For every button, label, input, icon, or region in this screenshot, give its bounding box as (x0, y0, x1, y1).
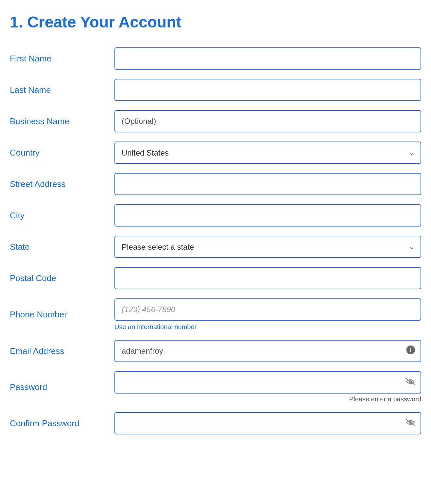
city-label: City (10, 210, 114, 221)
country-select[interactable]: United States Canada United Kingdom Aust… (114, 142, 421, 164)
email-input-wrapper: i (114, 340, 421, 362)
street-address-label: Street Address (10, 179, 114, 189)
confirm-password-eye-icon[interactable] (405, 418, 415, 428)
state-select-wrapper: Please select a state Alabama Alaska Ari… (114, 236, 421, 258)
confirm-password-row: Confirm Password (10, 412, 421, 434)
password-label: Password (10, 382, 114, 392)
confirm-password-input[interactable] (114, 412, 421, 434)
state-field-wrapper: Please select a state Alabama Alaska Ari… (114, 236, 421, 258)
password-input[interactable] (114, 371, 421, 394)
confirm-password-input-wrapper (114, 412, 421, 434)
email-address-row: Email Address i (10, 340, 421, 362)
email-address-label: Email Address (10, 346, 114, 356)
last-name-row: Last Name (10, 79, 421, 101)
city-input[interactable] (114, 204, 421, 227)
last-name-input[interactable] (114, 79, 421, 101)
business-name-input[interactable] (114, 110, 421, 132)
password-error: Please enter a password (114, 395, 421, 403)
country-row: Country United States Canada United King… (10, 142, 421, 164)
password-row: Password Please enter a password (10, 371, 421, 403)
business-name-row: Business Name (10, 110, 421, 132)
country-select-wrapper: United States Canada United Kingdom Aust… (114, 142, 421, 164)
phone-number-label: Phone Number (10, 310, 114, 320)
first-name-field-wrapper (114, 47, 421, 70)
postal-code-input[interactable] (114, 267, 421, 289)
password-eye-icon[interactable] (405, 378, 415, 388)
country-label: Country (10, 148, 114, 158)
street-address-row: Street Address (10, 173, 421, 195)
country-field-wrapper: United States Canada United Kingdom Aust… (114, 142, 421, 164)
phone-number-row: Phone Number Use an international number (10, 298, 421, 331)
phone-number-input[interactable] (114, 298, 421, 321)
first-name-label: First Name (10, 54, 114, 64)
email-address-field-wrapper: i (114, 340, 421, 362)
phone-number-field-wrapper: Use an international number (114, 298, 421, 331)
street-address-input[interactable] (114, 173, 421, 195)
street-address-field-wrapper (114, 173, 421, 195)
email-address-input[interactable] (114, 340, 421, 362)
first-name-input[interactable] (114, 47, 421, 70)
postal-code-field-wrapper (114, 267, 421, 289)
business-name-field-wrapper (114, 110, 421, 132)
business-name-label: Business Name (10, 116, 114, 126)
first-name-row: First Name (10, 47, 421, 70)
page-title: 1. Create Your Account (10, 13, 421, 31)
international-number-link[interactable]: Use an international number (114, 323, 421, 331)
password-field-wrapper: Please enter a password (114, 371, 421, 403)
state-row: State Please select a state Alabama Alas… (10, 236, 421, 258)
account-form: First Name Last Name Business Name Count… (10, 47, 421, 434)
city-row: City (10, 204, 421, 227)
password-input-wrapper (114, 371, 421, 394)
city-field-wrapper (114, 204, 421, 227)
state-select[interactable]: Please select a state Alabama Alaska Ari… (114, 236, 421, 258)
postal-code-label: Postal Code (10, 273, 114, 283)
svg-text:i: i (410, 347, 411, 353)
last-name-field-wrapper (114, 79, 421, 101)
postal-code-row: Postal Code (10, 267, 421, 289)
info-icon: i (406, 345, 415, 357)
last-name-label: Last Name (10, 85, 114, 95)
state-label: State (10, 242, 114, 252)
confirm-password-field-wrapper (114, 412, 421, 434)
confirm-password-label: Confirm Password (10, 418, 114, 428)
